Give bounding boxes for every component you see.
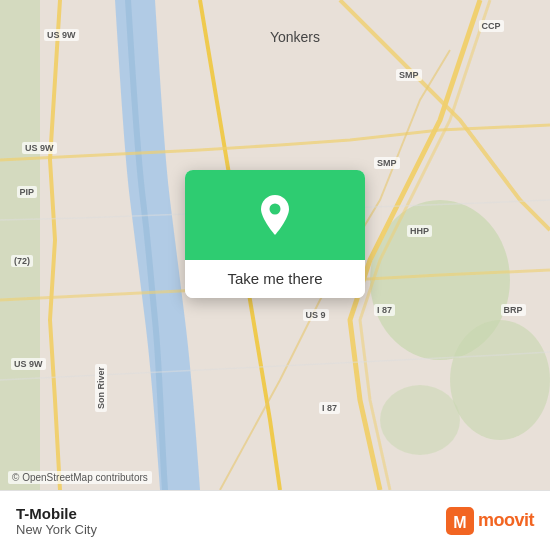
card-green-area (185, 170, 365, 260)
bottom-bar: T-Mobile New York City M moovit (0, 490, 550, 550)
road-label-r72: (72) (11, 255, 33, 267)
road-label-pip: PIP (17, 186, 38, 198)
road-label-smp-mid: SMP (374, 157, 400, 169)
road-label-i87-top: I 87 (374, 304, 395, 316)
card-button-area: Take me there (185, 260, 365, 298)
moovit-icon: M (446, 507, 474, 535)
map-container: Yonkers US 9W US 9W US 9W PIP (72) SMP S… (0, 0, 550, 490)
location-info: T-Mobile New York City (16, 505, 97, 537)
road-label-smp-top: SMP (396, 69, 422, 81)
svg-text:Yonkers: Yonkers (270, 29, 320, 45)
location-city: New York City (16, 522, 97, 537)
svg-rect-1 (0, 0, 40, 490)
moovit-text: moovit (478, 510, 534, 531)
location-pin-icon (256, 193, 294, 237)
take-me-there-card: Take me there (185, 170, 365, 298)
map-copyright: © OpenStreetMap contributors (8, 471, 152, 484)
road-label-brp: BRP (501, 304, 526, 316)
road-label-son-river: Son River (95, 364, 107, 412)
road-label-i87-bot: I 87 (319, 402, 340, 414)
svg-point-6 (270, 204, 281, 215)
svg-point-3 (450, 320, 550, 440)
svg-point-4 (380, 385, 460, 455)
take-me-there-button[interactable]: Take me there (227, 270, 322, 287)
road-label-ccp: CCP (479, 20, 504, 32)
moovit-logo[interactable]: M moovit (446, 507, 534, 535)
road-label-us9w-bot: US 9W (11, 358, 46, 370)
road-label-us9w-mid: US 9W (22, 142, 57, 154)
road-label-us9: US 9 (303, 309, 329, 321)
road-label-hhp: HHP (407, 225, 432, 237)
location-name: T-Mobile (16, 505, 97, 522)
road-label-us9w-top: US 9W (44, 29, 79, 41)
svg-text:M: M (453, 514, 466, 531)
